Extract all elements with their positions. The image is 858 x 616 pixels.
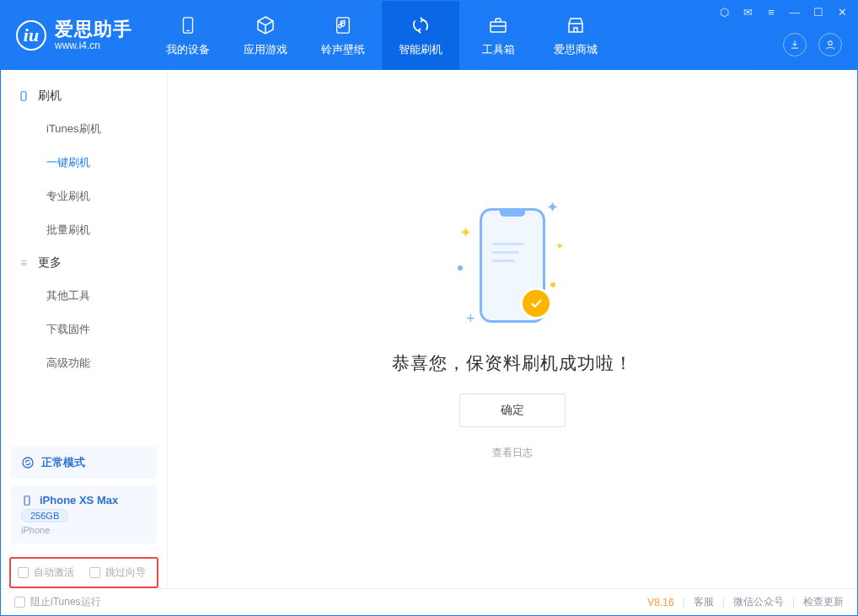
store-icon xyxy=(565,14,587,36)
logo: iu 爱思助手 www.i4.cn xyxy=(1,1,144,70)
device-info[interactable]: iPhone XS Max 256GB iPhone xyxy=(11,485,157,544)
checkbox-skip-guide[interactable] xyxy=(89,567,100,578)
checkbox-block-itunes[interactable] xyxy=(14,597,25,608)
sparkle-icon: ✦ xyxy=(546,198,559,217)
tab-flash[interactable]: 智能刷机 xyxy=(382,1,459,70)
download-icon[interactable] xyxy=(783,33,807,56)
label-auto-activate: 自动激活 xyxy=(34,565,74,580)
window-controls: ⬡ ✉ ≡ — ☐ ✕ xyxy=(717,6,849,19)
sidebar-section-flash: 刷机 xyxy=(1,80,167,112)
device-mode[interactable]: 正常模式 xyxy=(11,447,157,479)
svg-rect-3 xyxy=(491,22,506,32)
sidebar-item-pro[interactable]: 专业刷机 xyxy=(1,179,167,213)
sparkle-icon: ✦ xyxy=(459,223,472,242)
sidebar-item-itunes[interactable]: iTunes刷机 xyxy=(1,112,167,146)
svg-point-5 xyxy=(829,41,833,46)
sparkle-icon: ✦ xyxy=(555,240,564,252)
options-box: 自动激活 跳过向导 xyxy=(9,557,158,588)
tab-ring[interactable]: 铃声壁纸 xyxy=(304,1,382,70)
device-icon xyxy=(177,14,199,36)
sidebar: 刷机 iTunes刷机 一键刷机 专业刷机 批量刷机 ≡ 更多 其他工具 下载固… xyxy=(1,70,168,588)
footer: 阻止iTunes运行 V8.16 | 客服 | 微信公众号 | 检查更新 xyxy=(1,588,857,615)
cube-icon xyxy=(255,14,276,36)
refresh-icon xyxy=(410,14,432,36)
tab-device[interactable]: 我的设备 xyxy=(149,1,227,70)
version-label: V8.16 xyxy=(647,597,673,608)
user-icon[interactable] xyxy=(818,33,842,56)
sidebar-item-firmware[interactable]: 下载固件 xyxy=(1,313,167,346)
view-log-link[interactable]: 查看日志 xyxy=(492,446,533,460)
dot-icon xyxy=(550,282,555,287)
shirt-icon[interactable]: ⬡ xyxy=(717,6,731,19)
close-button[interactable]: ✕ xyxy=(835,6,849,19)
minimize-button[interactable]: — xyxy=(788,6,802,19)
device-capacity: 256GB xyxy=(21,509,68,522)
logo-icon: iu xyxy=(16,20,46,51)
success-message: 恭喜您，保资料刷机成功啦！ xyxy=(392,351,633,375)
wallpaper-icon xyxy=(332,14,354,36)
success-illustration: ✦ ✦ + ✦ xyxy=(458,198,567,333)
toolbox-icon xyxy=(487,14,509,36)
confirm-button[interactable]: 确定 xyxy=(459,394,566,427)
checkbox-auto-activate[interactable] xyxy=(18,567,29,578)
list-icon: ≡ xyxy=(18,257,29,269)
wechat-link[interactable]: 微信公众号 xyxy=(733,595,784,609)
sidebar-section-more: ≡ 更多 xyxy=(1,247,167,279)
sidebar-item-other[interactable]: 其他工具 xyxy=(1,279,167,313)
sidebar-item-batch[interactable]: 批量刷机 xyxy=(1,213,167,247)
dot-icon xyxy=(458,265,463,271)
sparkle-icon: + xyxy=(466,310,475,328)
label-block-itunes: 阻止iTunes运行 xyxy=(30,595,101,609)
svg-point-7 xyxy=(23,458,33,468)
tab-toolbox[interactable]: 工具箱 xyxy=(459,1,537,70)
main-content: ✦ ✦ + ✦ 恭喜您，保资料刷机成功啦！ 确定 查看日志 xyxy=(168,70,857,588)
app-title: 爱思助手 xyxy=(55,19,132,40)
tab-store[interactable]: 爱思商城 xyxy=(537,1,614,70)
sync-icon xyxy=(21,456,35,469)
main-tabs: 我的设备 应用游戏 铃声壁纸 智能刷机 工具箱 爱思商城 xyxy=(149,1,614,70)
tab-apps[interactable]: 应用游戏 xyxy=(227,1,304,70)
support-link[interactable]: 客服 xyxy=(694,595,714,609)
device-small-icon xyxy=(21,495,33,506)
sidebar-item-onekey[interactable]: 一键刷机 xyxy=(1,146,167,179)
success-check-icon xyxy=(520,287,552,319)
device-type: iPhone xyxy=(21,525,147,535)
update-link[interactable]: 检查更新 xyxy=(803,595,844,609)
svg-rect-8 xyxy=(24,495,29,505)
app-subtitle: www.i4.cn xyxy=(55,40,132,51)
svg-rect-6 xyxy=(21,92,26,101)
feedback-icon[interactable]: ✉ xyxy=(741,6,754,19)
label-skip-guide: 跳过向导 xyxy=(105,565,146,580)
device-name: iPhone XS Max xyxy=(40,494,118,506)
maximize-button[interactable]: ☐ xyxy=(812,6,825,19)
phone-small-icon xyxy=(18,90,29,102)
sidebar-item-advanced[interactable]: 高级功能 xyxy=(1,346,167,380)
header: iu 爱思助手 www.i4.cn 我的设备 应用游戏 铃声壁纸 智能刷机 工具… xyxy=(1,1,857,70)
menu-icon[interactable]: ≡ xyxy=(764,6,778,19)
